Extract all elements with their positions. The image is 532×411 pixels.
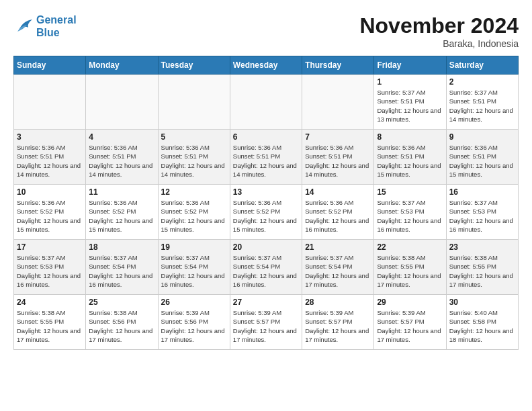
weekday-header: Tuesday [158,56,230,75]
weekday-header: Monday [86,56,158,75]
calendar-cell: 27Sunrise: 5:39 AMSunset: 5:57 PMDayligh… [230,295,302,350]
calendar-cell: 5Sunrise: 5:36 AMSunset: 5:51 PMDaylight… [158,130,230,185]
weekday-header: Saturday [446,56,518,75]
day-info: Sunrise: 5:36 AMSunset: 5:52 PMDaylight:… [89,198,154,234]
day-number: 5 [161,132,227,142]
calendar-cell [302,75,374,130]
day-number: 3 [17,132,83,142]
day-number: 7 [305,132,371,142]
location: Baraka, Indonesia [359,38,519,49]
day-info: Sunrise: 5:37 AMSunset: 5:51 PMDaylight:… [377,88,443,124]
calendar-cell [230,75,302,130]
calendar-cell [14,75,86,130]
day-info: Sunrise: 5:39 AMSunset: 5:57 PMDaylight:… [233,308,299,344]
calendar-week-row: 3Sunrise: 5:36 AMSunset: 5:51 PMDaylight… [14,130,519,185]
day-info: Sunrise: 5:37 AMSunset: 5:54 PMDaylight:… [161,253,227,289]
day-number: 27 [233,298,299,307]
day-info: Sunrise: 5:37 AMSunset: 5:53 PMDaylight:… [377,198,443,234]
day-number: 26 [161,298,227,307]
calendar-cell: 23Sunrise: 5:38 AMSunset: 5:55 PMDayligh… [446,240,518,295]
day-number: 20 [233,242,299,252]
day-number: 12 [161,187,227,197]
day-info: Sunrise: 5:39 AMSunset: 5:57 PMDaylight:… [377,308,443,344]
calendar-cell: 8Sunrise: 5:36 AMSunset: 5:51 PMDaylight… [374,130,446,185]
day-info: Sunrise: 5:37 AMSunset: 5:54 PMDaylight:… [305,253,371,289]
weekday-header: Friday [374,56,446,75]
day-number: 9 [449,132,515,142]
day-info: Sunrise: 5:39 AMSunset: 5:56 PMDaylight:… [161,308,227,344]
day-info: Sunrise: 5:37 AMSunset: 5:53 PMDaylight:… [449,198,515,234]
day-number: 21 [305,242,371,252]
day-info: Sunrise: 5:37 AMSunset: 5:53 PMDaylight:… [17,253,83,289]
day-number: 18 [89,242,154,252]
day-info: Sunrise: 5:36 AMSunset: 5:51 PMDaylight:… [233,143,299,179]
title-block: November 2024 Baraka, Indonesia [359,13,519,49]
calendar-cell: 20Sunrise: 5:37 AMSunset: 5:54 PMDayligh… [230,240,302,295]
day-number: 22 [377,242,443,252]
logo-icon [13,18,34,34]
day-number: 4 [89,132,154,142]
calendar-cell: 13Sunrise: 5:36 AMSunset: 5:52 PMDayligh… [230,185,302,240]
day-info: Sunrise: 5:39 AMSunset: 5:57 PMDaylight:… [305,308,371,344]
day-number: 25 [89,298,154,307]
calendar-table: SundayMondayTuesdayWednesdayThursdayFrid… [13,56,519,350]
day-number: 14 [305,187,371,197]
calendar-cell: 9Sunrise: 5:36 AMSunset: 5:51 PMDaylight… [446,130,518,185]
calendar-cell: 28Sunrise: 5:39 AMSunset: 5:57 PMDayligh… [302,295,374,350]
calendar-cell: 1Sunrise: 5:37 AMSunset: 5:51 PMDaylight… [374,75,446,130]
logo-text: General Blue [36,13,77,39]
page-header: General Blue November 2024 Baraka, Indon… [13,13,519,49]
day-number: 30 [449,298,515,307]
day-number: 10 [17,187,83,197]
day-number: 11 [89,187,154,197]
month-title: November 2024 [359,13,519,38]
calendar-cell: 26Sunrise: 5:39 AMSunset: 5:56 PMDayligh… [158,295,230,350]
calendar-week-row: 10Sunrise: 5:36 AMSunset: 5:52 PMDayligh… [14,185,519,240]
calendar-week-row: 1Sunrise: 5:37 AMSunset: 5:51 PMDaylight… [14,75,519,130]
day-info: Sunrise: 5:36 AMSunset: 5:52 PMDaylight:… [17,198,83,234]
calendar-week-row: 24Sunrise: 5:38 AMSunset: 5:55 PMDayligh… [14,295,519,350]
day-info: Sunrise: 5:37 AMSunset: 5:54 PMDaylight:… [233,253,299,289]
day-number: 1 [377,77,443,87]
day-number: 24 [17,298,83,307]
calendar-cell: 7Sunrise: 5:36 AMSunset: 5:51 PMDaylight… [302,130,374,185]
day-info: Sunrise: 5:37 AMSunset: 5:51 PMDaylight:… [449,88,515,124]
calendar-cell: 15Sunrise: 5:37 AMSunset: 5:53 PMDayligh… [374,185,446,240]
calendar-cell: 25Sunrise: 5:38 AMSunset: 5:56 PMDayligh… [86,295,158,350]
day-number: 23 [449,242,515,252]
day-info: Sunrise: 5:37 AMSunset: 5:54 PMDaylight:… [89,253,154,289]
calendar-cell: 11Sunrise: 5:36 AMSunset: 5:52 PMDayligh… [86,185,158,240]
day-info: Sunrise: 5:38 AMSunset: 5:55 PMDaylight:… [449,253,515,289]
logo: General Blue [13,13,77,39]
day-number: 2 [449,77,515,87]
calendar-cell: 24Sunrise: 5:38 AMSunset: 5:55 PMDayligh… [14,295,86,350]
calendar-cell: 18Sunrise: 5:37 AMSunset: 5:54 PMDayligh… [86,240,158,295]
day-number: 19 [161,242,227,252]
day-number: 28 [305,298,371,307]
calendar-cell: 22Sunrise: 5:38 AMSunset: 5:55 PMDayligh… [374,240,446,295]
calendar-cell: 12Sunrise: 5:36 AMSunset: 5:52 PMDayligh… [158,185,230,240]
weekday-header: Thursday [302,56,374,75]
day-info: Sunrise: 5:36 AMSunset: 5:52 PMDaylight:… [161,198,227,234]
calendar-cell: 14Sunrise: 5:36 AMSunset: 5:52 PMDayligh… [302,185,374,240]
calendar-cell: 17Sunrise: 5:37 AMSunset: 5:53 PMDayligh… [14,240,86,295]
calendar-cell: 2Sunrise: 5:37 AMSunset: 5:51 PMDaylight… [446,75,518,130]
weekday-header: Wednesday [230,56,302,75]
calendar-header-row: SundayMondayTuesdayWednesdayThursdayFrid… [14,56,519,75]
day-number: 15 [377,187,443,197]
day-number: 17 [17,242,83,252]
day-info: Sunrise: 5:36 AMSunset: 5:51 PMDaylight:… [89,143,154,179]
day-info: Sunrise: 5:36 AMSunset: 5:51 PMDaylight:… [449,143,515,179]
day-number: 8 [377,132,443,142]
calendar-cell: 19Sunrise: 5:37 AMSunset: 5:54 PMDayligh… [158,240,230,295]
calendar-cell: 3Sunrise: 5:36 AMSunset: 5:51 PMDaylight… [14,130,86,185]
day-info: Sunrise: 5:36 AMSunset: 5:51 PMDaylight:… [377,143,443,179]
calendar-cell [158,75,230,130]
day-number: 6 [233,132,299,142]
calendar-cell [86,75,158,130]
day-info: Sunrise: 5:36 AMSunset: 5:51 PMDaylight:… [161,143,227,179]
day-info: Sunrise: 5:40 AMSunset: 5:58 PMDaylight:… [449,308,515,344]
day-info: Sunrise: 5:36 AMSunset: 5:51 PMDaylight:… [17,143,83,179]
day-number: 13 [233,187,299,197]
calendar-cell: 16Sunrise: 5:37 AMSunset: 5:53 PMDayligh… [446,185,518,240]
